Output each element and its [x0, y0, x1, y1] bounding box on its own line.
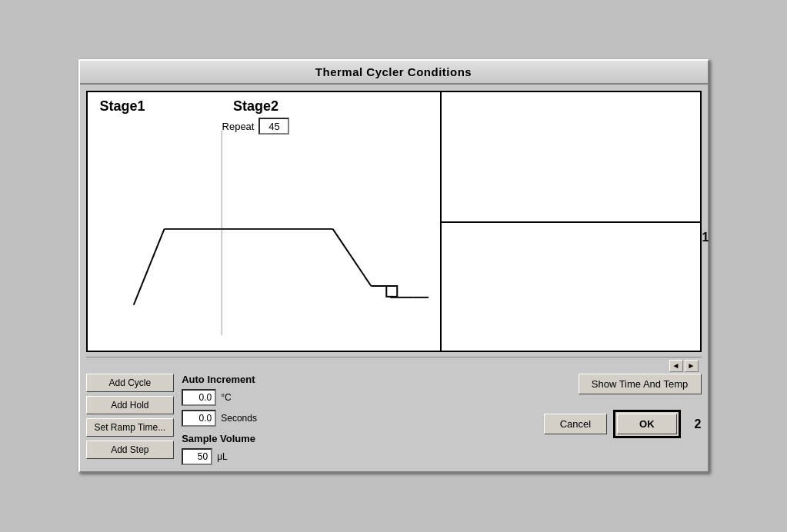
seconds-row: Seconds — [182, 410, 257, 427]
volume-row: μL — [182, 448, 257, 465]
chart-area: Stage1 Stage2 Repeat — [86, 91, 702, 352]
controls-row: Add Cycle Add Hold Set Ramp Time... Add … — [86, 374, 702, 465]
label-1: 1 — [702, 231, 709, 244]
celsius-unit: °C — [221, 392, 231, 403]
add-cycle-button[interactable]: Add Cycle — [86, 374, 175, 392]
scrollbar-area: ◄ ► — [86, 357, 702, 374]
add-hold-button[interactable]: Add Hold — [86, 396, 175, 414]
middle-controls: Auto Increment °C Seconds Sample Volume — [182, 374, 257, 465]
add-step-button[interactable]: Add Step — [86, 441, 175, 459]
seconds-input[interactable] — [182, 410, 216, 427]
cancel-button[interactable]: Cancel — [544, 414, 607, 434]
celsius-input[interactable] — [182, 389, 216, 406]
celsius-row: °C — [182, 389, 257, 406]
show-time-and-temp-button[interactable]: Show Time And Temp — [579, 374, 702, 394]
scroll-right-button[interactable]: ► — [685, 360, 699, 372]
dialog-title: Thermal Cycler Conditions — [315, 65, 472, 78]
sample-volume-title: Sample Volume — [182, 433, 257, 444]
dialog-body: Stage1 Stage2 Repeat — [80, 85, 708, 471]
svg-rect-1 — [386, 286, 397, 297]
auto-increment-title: Auto Increment — [182, 374, 257, 385]
chart-panel-left: Stage1 Stage2 Repeat — [88, 92, 442, 351]
left-buttons: Add Cycle Add Hold Set Ramp Time... Add … — [86, 374, 175, 459]
chart-svg — [88, 92, 440, 351]
label-2: 2 — [695, 417, 702, 431]
chart-center-line — [442, 221, 700, 223]
volume-input[interactable] — [182, 448, 212, 465]
volume-unit: μL — [217, 451, 228, 462]
chart-panel-right — [442, 92, 700, 351]
bottom-buttons-group: Cancel OK 2 — [544, 410, 702, 438]
seconds-unit: Seconds — [221, 413, 257, 424]
dialog-title-bar: Thermal Cycler Conditions — [80, 61, 708, 85]
auto-increment-section: Auto Increment °C Seconds — [182, 374, 257, 427]
scroll-left-button[interactable]: ◄ — [669, 360, 683, 372]
ok-button[interactable]: OK — [617, 414, 677, 434]
right-section: Show Time And Temp Cancel OK 2 — [265, 374, 702, 438]
ok-button-outer: OK — [613, 410, 681, 438]
thermal-cycler-dialog: Thermal Cycler Conditions Stage1 Stage2 … — [78, 59, 709, 473]
set-ramp-time-button[interactable]: Set Ramp Time... — [86, 418, 175, 437]
sample-volume-section: Sample Volume μL — [182, 433, 257, 465]
